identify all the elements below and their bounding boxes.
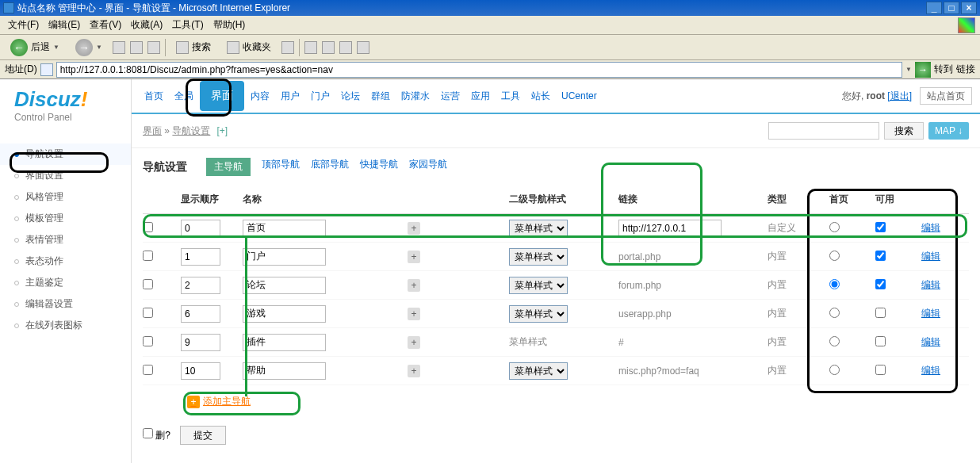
topnav-item[interactable]: 防灌水 [396, 86, 434, 106]
go-label[interactable]: 转到 [934, 63, 953, 76]
name-input[interactable] [243, 220, 326, 237]
sidebar-item[interactable]: 界面设置 [0, 165, 131, 186]
row-check[interactable] [143, 222, 153, 232]
home-radio[interactable] [829, 222, 840, 232]
maximize-button[interactable]: □ [944, 2, 959, 14]
sub-tab[interactable]: 主导航 [206, 158, 251, 176]
menu-edit[interactable]: 编辑(E) [45, 17, 83, 33]
topnav-item[interactable]: 站长 [526, 86, 555, 106]
sidebar-item[interactable]: 在线列表图标 [0, 315, 131, 336]
expand-icon[interactable]: + [408, 279, 420, 292]
substyle-select[interactable]: 菜单样式 [509, 362, 568, 380]
sub-tab[interactable]: 顶部导航 [262, 158, 300, 176]
forward-button[interactable]: → ▼ [70, 36, 108, 59]
topnav-item[interactable]: 工具 [496, 86, 525, 106]
topnav-item[interactable]: 应用 [466, 86, 495, 106]
name-input[interactable] [243, 362, 326, 380]
row-check[interactable] [143, 308, 153, 318]
name-input[interactable] [243, 305, 326, 323]
row-check[interactable] [143, 336, 153, 346]
enable-check[interactable] [875, 251, 886, 261]
chevron-down-icon[interactable]: ▼ [905, 66, 912, 73]
stop-icon[interactable] [113, 41, 125, 54]
row-check[interactable] [143, 251, 153, 261]
minimize-button[interactable]: _ [926, 2, 942, 14]
expand-icon[interactable]: + [408, 308, 420, 320]
admin-search-input[interactable] [768, 122, 879, 140]
topnav-item[interactable]: 门户 [306, 86, 335, 106]
home-radio[interactable] [829, 365, 840, 375]
sub-tab[interactable]: 底部导航 [311, 158, 349, 176]
topnav-item[interactable]: 首页 [140, 86, 168, 106]
sidebar-item[interactable]: 风格管理 [0, 186, 131, 208]
print-icon[interactable] [322, 41, 335, 54]
topnav-item[interactable]: 界面 [200, 81, 244, 111]
home-radio[interactable] [829, 279, 840, 289]
sidebar-item[interactable]: 表情管理 [0, 229, 131, 251]
logout-link[interactable]: [退出] [887, 90, 912, 101]
expand-icon[interactable]: + [408, 251, 420, 263]
topnav-item[interactable]: 群组 [366, 86, 395, 106]
menu-help[interactable]: 帮助(H) [210, 17, 249, 33]
edit-link[interactable]: 编辑 [921, 336, 940, 347]
substyle-select[interactable]: 菜单样式 [509, 277, 568, 294]
sidebar-item[interactable]: 主题鉴定 [0, 272, 131, 293]
enable-check[interactable] [875, 365, 886, 375]
expand-icon[interactable]: + [408, 365, 420, 377]
sidebar-item[interactable]: 表态动作 [0, 251, 131, 272]
edit-link[interactable]: 编辑 [921, 365, 940, 376]
home-icon[interactable] [147, 41, 160, 54]
row-check[interactable] [143, 279, 153, 289]
enable-check[interactable] [875, 308, 886, 318]
topnav-item[interactable]: 用户 [276, 86, 304, 106]
enable-check[interactable] [875, 279, 886, 289]
name-input[interactable] [243, 248, 326, 266]
edit-icon[interactable] [339, 41, 352, 54]
home-radio[interactable] [829, 336, 840, 346]
expand-icon[interactable]: + [408, 336, 420, 349]
back-button[interactable]: ← 后退 ▼ [5, 36, 65, 59]
enable-check[interactable] [875, 222, 886, 232]
crumb-expand[interactable]: [+] [216, 125, 228, 136]
name-input[interactable] [243, 334, 326, 351]
topnav-item[interactable]: 全局 [170, 86, 198, 106]
order-input[interactable] [181, 220, 220, 237]
crumb-b[interactable]: 导航设置 [172, 125, 210, 136]
chat-icon[interactable] [357, 41, 369, 54]
mail-icon[interactable] [304, 41, 317, 54]
map-button[interactable]: MAP ↓ [928, 122, 969, 140]
order-input[interactable] [181, 334, 220, 351]
admin-search-button[interactable]: 搜索 [884, 122, 924, 140]
substyle-select[interactable]: 菜单样式 [509, 220, 568, 237]
home-radio[interactable] [829, 308, 840, 318]
sub-tab[interactable]: 家园导航 [409, 158, 447, 176]
submit-button[interactable]: 提交 [180, 426, 226, 445]
sidebar-item[interactable]: 模板管理 [0, 208, 131, 229]
topnav-item[interactable]: UCenter [557, 87, 602, 105]
topnav-item[interactable]: 论坛 [336, 86, 365, 106]
delete-check[interactable]: 删? [143, 428, 170, 442]
address-input[interactable] [56, 62, 902, 78]
link-input[interactable] [618, 220, 722, 237]
history-icon[interactable] [281, 41, 294, 54]
row-check[interactable] [143, 365, 153, 375]
site-home-link[interactable]: 站点首页 [920, 87, 972, 105]
substyle-select[interactable]: 菜单样式 [509, 248, 568, 266]
order-input[interactable] [181, 305, 220, 323]
edit-link[interactable]: 编辑 [921, 251, 940, 262]
edit-link[interactable]: 编辑 [921, 279, 940, 290]
order-input[interactable] [181, 362, 220, 380]
favorites-button[interactable]: 收藏夹 [221, 38, 277, 56]
edit-link[interactable]: 编辑 [921, 222, 940, 233]
name-input[interactable] [243, 277, 326, 294]
close-button[interactable]: × [961, 2, 977, 14]
go-button[interactable]: → [915, 62, 931, 78]
sidebar-item[interactable]: 编辑器设置 [0, 293, 131, 315]
substyle-select[interactable]: 菜单样式 [509, 305, 568, 323]
edit-link[interactable]: 编辑 [921, 308, 940, 319]
menu-view[interactable]: 查看(V) [86, 17, 124, 33]
crumb-a[interactable]: 界面 [143, 125, 162, 136]
menu-tools[interactable]: 工具(T) [169, 17, 206, 33]
expand-icon[interactable]: + [408, 222, 420, 235]
add-main-nav-button[interactable]: + 添加主导航 [187, 395, 251, 408]
